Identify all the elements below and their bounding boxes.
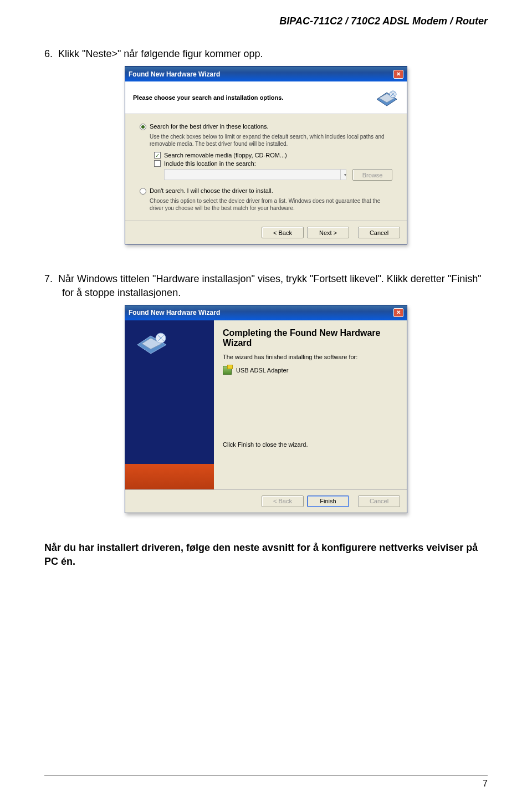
device-chip-icon <box>375 87 399 108</box>
radio-search-best-label: Search for the best driver in these loca… <box>150 123 269 130</box>
window-title: Found New Hardware Wizard <box>129 309 220 316</box>
footer-rule <box>44 775 488 775</box>
next-button[interactable]: Next > <box>307 227 349 238</box>
device-chip-icon <box>135 328 170 358</box>
completion-heading: Completing the Found New Hardware Wizard <box>223 328 398 348</box>
step-7-num: 7. <box>44 273 53 284</box>
concluding-paragraph: Når du har installert driveren, følge de… <box>44 541 488 569</box>
wizard-search-options: Found New Hardware Wizard ✕ Please choos… <box>125 66 407 244</box>
radio-dont-search-label: Don't search. I will choose the driver t… <box>150 187 273 194</box>
close-hint: Click Finish to close the wizard. <box>223 441 398 448</box>
checkbox-include-location[interactable]: Include this location in the search: <box>154 160 392 167</box>
device-name: USB ADSL Adapter <box>236 367 288 374</box>
close-icon[interactable]: ✕ <box>393 70 403 79</box>
step-6-num: 6. <box>44 48 53 59</box>
close-icon[interactable]: ✕ <box>393 308 403 317</box>
page-number: 7 <box>44 779 488 789</box>
radio-dont-search[interactable]: Don't search. I will choose the driver t… <box>140 187 392 195</box>
checkbox-removable-media[interactable]: ✓ Search removable media (floppy, CD-ROM… <box>154 152 392 159</box>
checkbox-icon: ✓ <box>154 152 161 159</box>
dont-search-desc: Choose this option to select the device … <box>150 198 392 212</box>
step-6-text: Klikk "Neste>" når følgende figur kommer… <box>58 48 263 59</box>
checkbox-location-label: Include this location in the search: <box>164 160 256 167</box>
checkbox-icon <box>154 160 161 167</box>
location-path-input[interactable] <box>164 169 346 180</box>
checkbox-removable-label: Search removable media (floppy, CD-ROM..… <box>164 152 287 159</box>
wizard-side-panel <box>125 320 214 489</box>
back-button[interactable]: < Back <box>262 495 304 507</box>
window-title: Found New Hardware Wizard <box>129 70 220 78</box>
wizard-completion: Found New Hardware Wizard ✕ Completing t… <box>125 305 407 513</box>
search-best-desc: Use the check boxes below to limit or ex… <box>150 134 392 147</box>
cancel-button[interactable]: Cancel <box>358 495 400 507</box>
cancel-button[interactable]: Cancel <box>358 227 400 238</box>
radio-search-best[interactable]: Search for the best driver in these loca… <box>140 123 392 130</box>
completion-finished-text: The wizard has finished installing the s… <box>223 354 398 360</box>
step-6: 6. Klikk "Neste>" når følgende figur kom… <box>44 47 488 60</box>
wizard-subheading: Please choose your search and installati… <box>133 94 370 101</box>
finish-button[interactable]: Finish <box>307 495 349 507</box>
back-button[interactable]: < Back <box>262 227 304 238</box>
step-7-text: Når Windows tittelen "Hardware installas… <box>58 273 482 298</box>
running-header: BIPAC-711C2 / 710C2 ADSL Modem / Router <box>44 16 488 27</box>
wizard-subheader: Please choose your search and installati… <box>125 81 407 114</box>
browse-button[interactable]: Browse <box>352 169 392 181</box>
radio-icon <box>140 124 146 130</box>
step-7: 7. Når Windows tittelen "Hardware instal… <box>44 272 488 299</box>
titlebar: Found New Hardware Wizard ✕ <box>125 305 407 320</box>
chevron-down-icon[interactable]: ▾ <box>340 169 349 180</box>
adapter-icon <box>223 366 232 375</box>
radio-icon <box>140 188 146 195</box>
titlebar: Found New Hardware Wizard ✕ <box>125 67 407 81</box>
